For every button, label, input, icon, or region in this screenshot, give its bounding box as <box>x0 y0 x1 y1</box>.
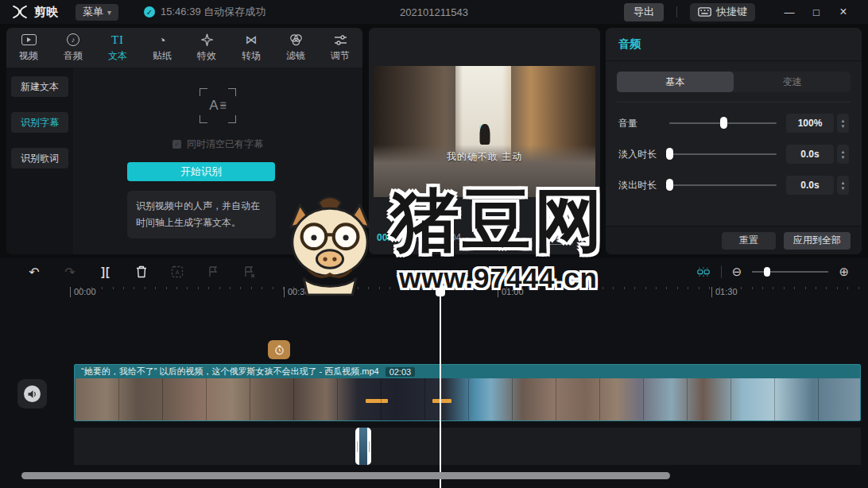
zoom-slider-handle[interactable] <box>764 267 770 277</box>
tab-effects[interactable]: 特效 <box>184 28 229 68</box>
time-ruler[interactable]: 00:00 00:30 01:00 01:30 <box>0 286 868 300</box>
stepper-up-icon[interactable]: ▲ <box>841 180 846 185</box>
fade-out-value[interactable]: 0.0s <box>786 176 834 195</box>
recognize-subtitles-button[interactable]: 识别字幕 <box>11 112 68 133</box>
text-subnav: 新建文本 识别字幕 识别歌词 <box>6 68 73 254</box>
clip-right-handle[interactable] <box>367 428 371 465</box>
shortcuts-button[interactable]: 快捷键 <box>690 3 755 21</box>
fade-in-slider-handle[interactable] <box>666 148 673 160</box>
fade-out-slider[interactable] <box>669 176 777 195</box>
split-icon[interactable]: ][ <box>99 265 113 279</box>
tab-audio[interactable]: ♪ 音频 <box>51 28 95 68</box>
tab-adjust[interactable]: 调节 <box>318 28 362 68</box>
menu-button[interactable]: 菜单 ▾ <box>76 4 118 21</box>
fullscreen-icon[interactable] <box>581 232 592 243</box>
stepper-down-icon[interactable]: ▼ <box>841 186 846 191</box>
close-button[interactable]: × <box>830 0 857 24</box>
video-viewport[interactable]: 我的确不敢 主动 <box>374 66 595 197</box>
titlebar-right: 导出 快捷键 — □ × <box>624 0 857 24</box>
volume-stepper[interactable]: ▲ ▼ <box>837 114 849 133</box>
menu-label: 菜单 <box>83 5 103 19</box>
text-tab-body: 新建文本 识别字幕 识别歌词 A ✓ 同时清空已有字幕 <box>6 68 362 254</box>
stepper-down-icon[interactable]: ▼ <box>841 124 846 129</box>
titlebar: 剪映 菜单 ▾ ✓ 15:46:39 自动保存成功 202101211543 导… <box>0 0 868 24</box>
preview-panel: 我的确不敢 主动 00:00:52 / 00:02:04 原始 <box>369 28 600 254</box>
reset-button[interactable]: 重置 <box>722 232 776 250</box>
current-time: 00:00:52 <box>377 232 415 243</box>
fade-in-row: 淡入时长 0.0s ▲ ▼ <box>618 145 849 164</box>
playhead-line <box>440 295 441 488</box>
stepper-up-icon[interactable]: ▲ <box>841 118 846 123</box>
tab-text[interactable]: TI 文本 <box>95 28 140 68</box>
stepper-down-icon[interactable]: ▼ <box>841 155 846 160</box>
volume-value[interactable]: 100% <box>786 114 834 133</box>
minimize-button[interactable]: — <box>776 0 803 24</box>
redo-icon[interactable]: ↷ <box>63 265 77 279</box>
checkbox-icon[interactable]: ✓ <box>172 140 181 149</box>
maximize-button[interactable]: □ <box>803 0 830 24</box>
audio-settings-panel: 音频 基本 变速 音量 100% ▲ ▼ <box>606 28 862 254</box>
new-text-button[interactable]: 新建文本 <box>11 76 68 97</box>
delete-icon[interactable] <box>134 265 149 279</box>
volume-label: 音量 <box>618 117 669 130</box>
tab-basic[interactable]: 基本 <box>617 72 734 92</box>
apply-to-all-button[interactable]: 应用到全部 <box>784 232 851 250</box>
auto-caption-icon: A <box>200 88 236 123</box>
clip-filmstrip <box>75 378 860 421</box>
recognize-lyrics-button[interactable]: 识别歌词 <box>11 148 68 168</box>
fade-in-stepper[interactable]: ▲ ▼ <box>837 145 849 164</box>
clip-header: “她要的，我给不了” 以后的视频，这个俄罗斯女孩不会出现了 - 西瓜视频.mp4… <box>75 365 860 378</box>
undo-icon[interactable]: ↶ <box>27 265 41 279</box>
sticker-clip[interactable] <box>268 340 290 359</box>
fade-out-slider-handle[interactable] <box>666 179 673 191</box>
clear-flag-icon[interactable] <box>242 265 256 279</box>
checkbox-label: 同时清空已有字幕 <box>187 137 263 151</box>
keyboard-icon <box>698 7 711 17</box>
secondary-track-lane[interactable] <box>74 428 861 465</box>
zoom-in-icon[interactable]: ⊕ <box>839 265 849 279</box>
player-bar: 00:00:52 / 00:02:04 原始 <box>377 229 592 246</box>
svg-text:A: A <box>176 269 180 275</box>
fade-in-slider[interactable] <box>669 145 777 164</box>
capcut-logo-icon <box>11 4 29 20</box>
tab-filter[interactable]: 滤镜 <box>273 28 318 68</box>
clock-sticker-icon <box>273 344 285 356</box>
filmstrip-highlight <box>366 399 388 403</box>
capcut-app: 剪映 菜单 ▾ ✓ 15:46:39 自动保存成功 202101211543 导… <box>0 0 868 488</box>
add-flag-icon[interactable] <box>206 265 220 279</box>
aspect-ratio-button[interactable]: 原始 <box>548 230 573 245</box>
clip-name: “她要的，我给不了” 以后的视频，这个俄罗斯女孩不会出现了 - 西瓜视频.mp4 <box>81 366 379 378</box>
snap-to-main-track-icon[interactable] <box>696 265 711 279</box>
stepper-up-icon[interactable]: ▲ <box>841 149 846 154</box>
timeline: ↶ ↷ ][ A <box>0 258 868 488</box>
clip-duration-badge: 02:03 <box>386 367 416 377</box>
main-video-clip[interactable]: “她要的，我给不了” 以后的视频，这个俄罗斯女孩不会出现了 - 西瓜视频.mp4… <box>74 364 861 421</box>
horizontal-scrollbar[interactable] <box>21 472 670 479</box>
recognize-panel: A ✓ 同时清空已有字幕 开始识别 识别视频中的人声，并自动在时间轴上生成字幕文… <box>73 68 362 254</box>
check-icon: ✓ <box>144 6 155 17</box>
window-controls: — □ × <box>776 0 857 24</box>
tab-transition[interactable]: ⋈ 转场 <box>229 28 273 68</box>
start-recognize-button[interactable]: 开始识别 <box>127 162 275 181</box>
video-scene-dancer <box>479 124 490 145</box>
mute-original-sound-button[interactable] <box>17 379 47 409</box>
text-icon: TI <box>111 33 124 47</box>
volume-slider-handle[interactable] <box>720 117 727 129</box>
ruler-label: 00:00 <box>70 287 96 297</box>
selected-sub-clip[interactable] <box>355 428 371 465</box>
fade-out-stepper[interactable]: ▲ ▼ <box>837 176 849 195</box>
tab-video[interactable]: 视频 <box>6 28 51 68</box>
freeze-frame-icon[interactable]: A <box>170 265 184 279</box>
fade-out-row: 淡出时长 0.0s ▲ ▼ <box>618 176 849 195</box>
export-button[interactable]: 导出 <box>624 3 664 21</box>
pause-button[interactable] <box>481 234 488 242</box>
clear-subtitles-checkbox-row[interactable]: ✓ 同时清空已有字幕 <box>172 137 263 151</box>
tab-sticker[interactable]: ◔ 贴纸 <box>140 28 184 68</box>
volume-slider[interactable] <box>669 114 777 133</box>
fade-in-value[interactable]: 0.0s <box>786 145 834 164</box>
fade-in-label: 淡入时长 <box>618 148 669 161</box>
timeline-zoom-slider[interactable] <box>752 265 828 278</box>
time-separator: / <box>418 232 420 243</box>
zoom-out-icon[interactable]: ⊖ <box>732 265 742 279</box>
tab-speed[interactable]: 变速 <box>734 72 851 92</box>
